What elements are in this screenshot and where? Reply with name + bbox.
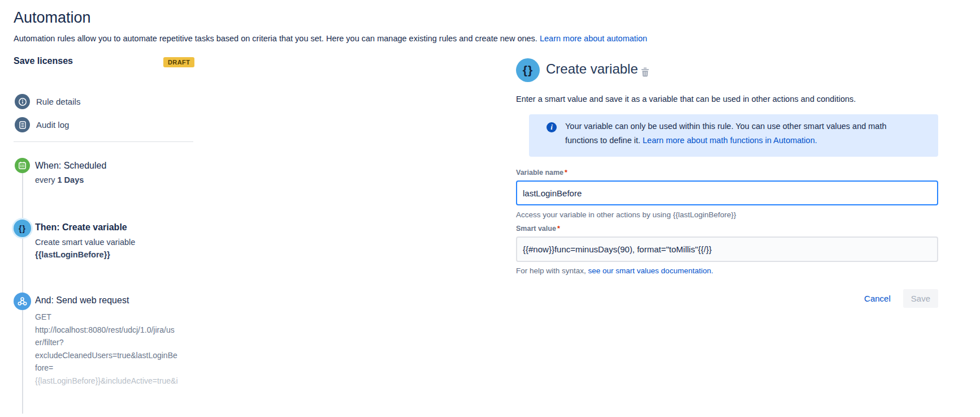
editor-description: Enter a smart value and save it as a var… bbox=[516, 94, 856, 104]
editor-footer: Cancel Save bbox=[862, 289, 938, 308]
required-mark: * bbox=[565, 169, 567, 177]
info-glyph: i bbox=[550, 123, 553, 132]
request-url-line: er/filter? bbox=[35, 336, 178, 349]
when-detail-value: 1 Days bbox=[58, 175, 84, 184]
audit-log-icon bbox=[15, 117, 30, 132]
request-url-line: fore= bbox=[35, 362, 178, 375]
learn-more-automation-link[interactable]: Learn more about automation bbox=[540, 34, 647, 43]
chain-item-when-title[interactable]: When: Scheduled bbox=[35, 161, 106, 171]
sidebar-item-rule-details[interactable]: Rule details bbox=[15, 94, 80, 109]
delete-component-button[interactable] bbox=[641, 67, 649, 79]
variable-name-label: Variable name* bbox=[516, 169, 567, 177]
info-banner-line2: functions to define it. bbox=[565, 136, 640, 145]
chain-item-then-variable: {{lastLoginBefore}} bbox=[35, 250, 110, 259]
webhook-icon bbox=[14, 293, 31, 310]
cancel-button[interactable]: Cancel bbox=[862, 290, 893, 307]
braces-glyph: {} bbox=[523, 63, 533, 77]
required-mark: * bbox=[557, 225, 560, 233]
request-method: GET bbox=[35, 311, 178, 324]
request-url-line: http://localhost:8080/rest/udcj/1.0/jira… bbox=[35, 324, 178, 337]
info-banner: i Your variable can only be used within … bbox=[529, 114, 938, 157]
smart-value-helper: For help with syntax, see our smart valu… bbox=[516, 266, 713, 275]
braces-glyph: {} bbox=[19, 224, 26, 233]
create-variable-icon: {} bbox=[516, 58, 540, 82]
editor-title: Create variable bbox=[546, 61, 638, 77]
sidebar-item-label: Rule details bbox=[36, 97, 80, 106]
math-functions-link[interactable]: Learn more about math functions in Autom… bbox=[643, 136, 817, 145]
chain-item-and-title[interactable]: And: Send web request bbox=[35, 295, 129, 306]
variable-name-helper: Access your variable in other actions by… bbox=[516, 210, 736, 219]
page-description: Automation rules allow you to automate r… bbox=[14, 34, 647, 43]
save-button[interactable]: Save bbox=[903, 289, 938, 308]
page-description-text: Automation rules allow you to automate r… bbox=[14, 34, 537, 43]
divider bbox=[14, 141, 193, 142]
info-banner-line1: Your variable can only be used within th… bbox=[565, 119, 887, 134]
automation-page: Automation Automation rules allow you to… bbox=[0, 0, 980, 417]
info-icon bbox=[15, 94, 30, 109]
variable-name-input[interactable] bbox=[516, 180, 938, 205]
smart-value-label: Smart value* bbox=[516, 225, 560, 233]
status-badge: DRAFT bbox=[163, 57, 194, 67]
when-detail-prefix: every bbox=[35, 175, 55, 184]
sidebar-item-label: Audit log bbox=[36, 120, 69, 130]
chain-item-then-detail: Create smart value variable bbox=[35, 238, 135, 247]
braces-icon: {} bbox=[14, 220, 31, 237]
sidebar-item-audit-log[interactable]: Audit log bbox=[15, 117, 69, 132]
info-banner-text: Your variable can only be used within th… bbox=[565, 119, 887, 148]
request-url-line: excludeCleanedUsers=true&lastLoginBe bbox=[35, 349, 178, 362]
rule-name: Save licenses bbox=[14, 56, 73, 66]
request-url-line-faded: {{lastLoginBefore}}&includeActive=true&i bbox=[35, 375, 178, 388]
calendar-icon bbox=[15, 158, 30, 173]
info-icon: i bbox=[547, 122, 557, 132]
chain-item-then-title[interactable]: Then: Create variable bbox=[35, 222, 127, 233]
smart-values-docs-link[interactable]: see our smart values documentation. bbox=[588, 266, 713, 275]
page-title: Automation bbox=[14, 9, 91, 27]
chain-item-and-detail: GET http://localhost:8080/rest/udcj/1.0/… bbox=[35, 311, 178, 387]
smart-value-input[interactable] bbox=[516, 237, 938, 262]
chain-item-when-detail: every 1 Days bbox=[35, 175, 84, 184]
